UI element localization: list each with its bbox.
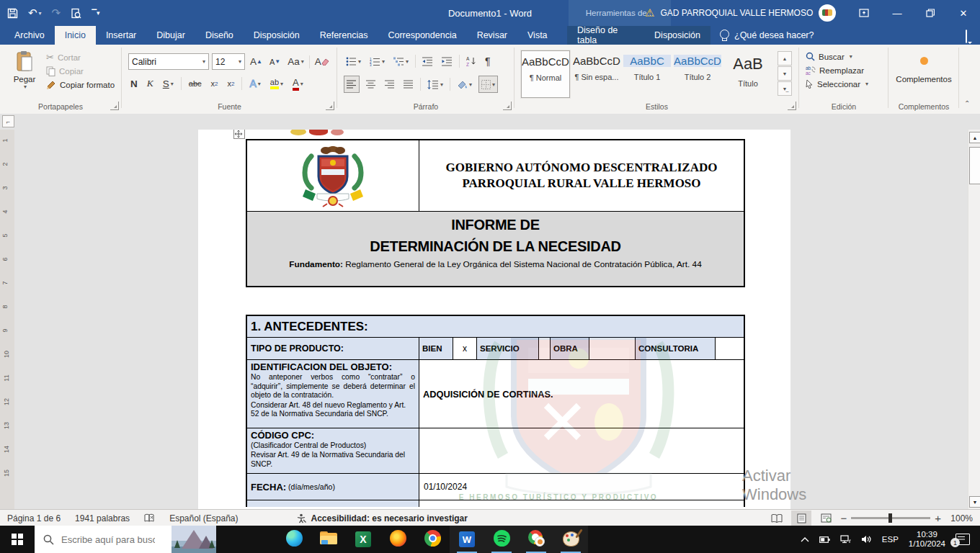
- text-effects-button[interactable]: A▾: [247, 76, 262, 91]
- tab-archivo[interactable]: Archivo: [4, 26, 55, 45]
- font-color-button[interactable]: A▾: [290, 76, 306, 91]
- collapse-ribbon-icon[interactable]: ⌃: [964, 99, 970, 107]
- ribbon-display-options-icon[interactable]: [847, 0, 881, 26]
- tab-selector[interactable]: ⌐: [2, 115, 14, 127]
- cpc-value-cell[interactable]: [419, 428, 744, 473]
- taskbar-app-edge[interactable]: [277, 526, 311, 553]
- copy-button[interactable]: Copiar: [46, 66, 115, 76]
- read-mode-button[interactable]: [767, 511, 787, 526]
- tab-diseño[interactable]: Diseño: [195, 26, 244, 45]
- zoom-in-button[interactable]: +: [935, 512, 941, 524]
- clipboard-dialog-launcher[interactable]: [110, 102, 119, 110]
- close-button[interactable]: ✕: [947, 0, 980, 26]
- addins-button[interactable]: Complementos: [889, 55, 958, 84]
- replace-button[interactable]: abac Reemplazar: [806, 66, 868, 75]
- zoom-slider[interactable]: [851, 517, 930, 519]
- tab-revisar[interactable]: Revisar: [467, 26, 517, 45]
- superscript-button[interactable]: x2: [226, 76, 237, 91]
- paragraph-dialog-launcher[interactable]: [503, 102, 512, 110]
- sort-button[interactable]: AZ: [464, 53, 478, 69]
- style-título[interactable]: AaBTítulo: [724, 50, 772, 96]
- font-dialog-launcher[interactable]: [326, 102, 334, 110]
- qat-customize-icon[interactable]: ▔▾: [92, 9, 99, 17]
- tell-me-box[interactable]: ¿Qué desea hacer?: [719, 26, 814, 45]
- tipo-mark-servicio[interactable]: [539, 338, 551, 359]
- search-daily-image[interactable]: [172, 526, 216, 553]
- scrollbar-thumb[interactable]: [969, 147, 980, 184]
- taskbar-app-spotify[interactable]: [484, 526, 519, 553]
- taskbar-app-file-explorer[interactable]: [311, 526, 346, 553]
- taskbar-app-word[interactable]: W: [450, 526, 484, 553]
- taskbar-app-paint[interactable]: [553, 526, 588, 553]
- grow-font-button[interactable]: A▲: [248, 54, 264, 70]
- network-icon[interactable]: [840, 535, 851, 544]
- multilevel-list-button[interactable]: ▾: [391, 53, 411, 69]
- tab-inicio[interactable]: Inicio: [55, 26, 96, 45]
- taskbar-search-box[interactable]: [35, 526, 216, 553]
- style-scroll-down[interactable]: ▼: [778, 66, 792, 81]
- scroll-down-button[interactable]: ▼: [969, 496, 980, 508]
- bold-button[interactable]: N: [128, 76, 140, 91]
- taskbar-app-chrome[interactable]: [415, 526, 450, 553]
- account-area[interactable]: ⚠ GAD PARROQUIAL VALLE HERMOSO: [645, 0, 836, 26]
- header-table[interactable]: GOBIERNO AUTÓNOMO DESCENTRALIZADO PARROQ…: [246, 139, 745, 287]
- zoom-level[interactable]: 100%: [945, 513, 973, 523]
- show-marks-button[interactable]: ¶: [483, 53, 493, 69]
- paste-button[interactable]: Pegar ▾: [6, 50, 43, 90]
- proofing-status[interactable]: [137, 513, 162, 523]
- style-título-2[interactable]: AaBbCcDTítulo 2: [674, 50, 721, 96]
- redo-icon[interactable]: ↷: [52, 6, 61, 19]
- bullets-button[interactable]: ▾: [344, 53, 363, 69]
- tray-expand-icon[interactable]: [801, 536, 809, 542]
- tab-vista[interactable]: Vista: [517, 26, 558, 45]
- tipo-mark-consultoria[interactable]: [716, 338, 744, 359]
- styles-dialog-launcher[interactable]: [788, 102, 796, 110]
- borders-button[interactable]: ▾: [478, 76, 498, 93]
- style-gallery-more[interactable]: ▼̲: [778, 81, 792, 96]
- cut-button[interactable]: ✂ Cortar: [46, 52, 115, 63]
- change-case-button[interactable]: Aa▾: [285, 54, 306, 70]
- scroll-up-button[interactable]: ▲: [969, 132, 980, 143]
- language-indicator[interactable]: Español (España): [162, 513, 245, 523]
- underline-button[interactable]: S▾: [161, 76, 176, 91]
- print-layout-button[interactable]: [791, 511, 811, 526]
- contextual-tab-disposición[interactable]: Disposición: [644, 26, 710, 45]
- style-título-1[interactable]: AaBbCTítulo 1: [623, 50, 671, 96]
- decrease-indent-button[interactable]: [420, 53, 435, 69]
- page-indicator[interactable]: Página 1 de 6: [0, 513, 68, 523]
- numbering-button[interactable]: 123▾: [368, 53, 387, 69]
- shading-button[interactable]: ▾: [455, 76, 474, 92]
- notification-center-icon[interactable]: 1: [956, 534, 970, 545]
- contextual-tab-diseño-de-tabla[interactable]: Diseño de tabla: [567, 26, 644, 45]
- font-name-combo[interactable]: Calibri▾: [128, 53, 209, 70]
- style-sin-espa[interactable]: AaBbCcDc¶ Sin espa...: [573, 50, 620, 96]
- zoom-out-button[interactable]: −: [840, 512, 847, 524]
- save-icon[interactable]: [7, 8, 18, 19]
- table-move-handle[interactable]: [233, 130, 245, 139]
- format-painter-button[interactable]: Copiar formato: [46, 80, 115, 90]
- line-spacing-button[interactable]: ▾: [425, 76, 445, 92]
- taskbar-clock[interactable]: 10:39 1/10/2024: [909, 530, 945, 549]
- style-scroll-up[interactable]: ▲: [778, 51, 792, 66]
- tab-dibujar[interactable]: Dibujar: [146, 26, 195, 45]
- document-page[interactable]: GOBIERNO AUTÓNOMO DESCENTRALIZADO PARROQ…: [198, 130, 790, 509]
- tab-correspondencia[interactable]: Correspondencia: [378, 26, 466, 45]
- font-size-combo[interactable]: 12▾: [212, 53, 245, 70]
- vertical-ruler[interactable]: 123456789101112131415: [0, 130, 14, 509]
- strikethrough-button[interactable]: abc: [187, 76, 204, 91]
- justify-button[interactable]: [401, 76, 416, 92]
- antecedentes-table[interactable]: 1. ANTECEDENTES: TIPO DE PRODUCTO: BIEN …: [246, 315, 745, 507]
- taskbar-app-firefox[interactable]: [380, 526, 415, 553]
- comments-icon[interactable]: [966, 30, 967, 43]
- start-button[interactable]: [0, 526, 35, 553]
- paste-dropdown[interactable]: ▾: [7, 84, 43, 90]
- align-right-button[interactable]: [383, 76, 397, 92]
- volume-icon[interactable]: [861, 535, 872, 544]
- tab-insertar[interactable]: Insertar: [96, 26, 146, 45]
- shrink-font-button[interactable]: A▼: [267, 54, 282, 70]
- vertical-scrollbar[interactable]: ▲ ▼: [968, 130, 980, 509]
- taskbar-app-excel[interactable]: X: [346, 526, 380, 553]
- select-button[interactable]: Seleccionar▾: [806, 79, 868, 89]
- tab-disposición[interactable]: Disposición: [244, 26, 310, 45]
- print-preview-icon[interactable]: [71, 8, 81, 19]
